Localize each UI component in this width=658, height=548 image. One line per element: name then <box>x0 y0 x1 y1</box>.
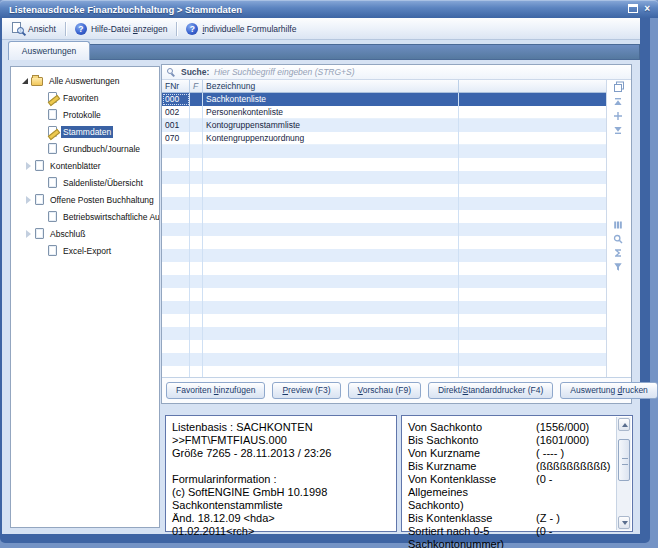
info-right-panel: Von Sachkonto(1556/000) Bis Sachkonto(16… <box>401 415 633 532</box>
column-header-bezeichnung[interactable]: Bezeichnung <box>203 80 459 92</box>
table-row[interactable]: 070 Kontengruppenzuordnung <box>162 132 606 145</box>
zoom-icon[interactable] <box>613 234 625 246</box>
tree-item-favoriten[interactable]: Favoriten <box>11 89 159 106</box>
help-icon <box>75 23 87 35</box>
column-separator <box>202 93 203 379</box>
tabbar-background <box>88 44 640 60</box>
page-icon <box>35 228 44 239</box>
expander-closed-icon[interactable] <box>22 230 35 238</box>
scroll-top-icon[interactable] <box>613 97 625 109</box>
favoriten-hinzufuegen-button[interactable]: Favoriten hinzufügen <box>166 382 265 399</box>
param-line: Sachkonto) <box>408 499 612 512</box>
vorschau-button[interactable]: Vorschau (F9) <box>348 382 421 399</box>
expander-closed-icon[interactable] <box>22 162 35 170</box>
toolbar-separator <box>65 22 66 36</box>
table-row[interactable]: 001 Kontogruppenstammliste <box>162 119 606 132</box>
table-row[interactable]: 000 Sachkontenliste <box>162 93 606 106</box>
page-icon <box>48 109 57 120</box>
help-icon <box>186 23 198 35</box>
page-icon <box>48 177 57 188</box>
column-separator <box>189 93 190 379</box>
search-input[interactable]: Suche: Hier Suchbegriff eingeben (STRG+S… <box>162 65 631 80</box>
search-label: Suche: <box>181 65 209 79</box>
param-line: Bis Sachkonto(1601/000) <box>408 434 612 447</box>
main-area: Alle Auswertungen Favoriten Protokolle S… <box>2 60 640 534</box>
scrollbar[interactable] <box>616 417 631 530</box>
results-panel: Suche: Hier Suchbegriff eingeben (STRG+S… <box>161 64 632 404</box>
ansicht-button[interactable]: Ansicht <box>6 20 62 38</box>
column-header-filler <box>459 80 606 92</box>
individuelle-formularhilfe-button[interactable]: individuelle Formularhilfe <box>180 20 302 38</box>
application-window: Listenausdrucke Finanzbuchhaltung > Stam… <box>0 0 658 548</box>
expander-open-icon[interactable] <box>18 78 31 84</box>
tree-item-excel-export[interactable]: Excel-Export <box>11 242 159 259</box>
info-line <box>172 460 390 473</box>
expander-closed-icon[interactable] <box>22 196 35 204</box>
info-line: Formularinformation : <box>172 473 390 486</box>
folder-icon <box>31 77 43 86</box>
info-line: 01.02.2011<rch> <box>172 525 390 538</box>
column-chooser-icon[interactable] <box>613 81 625 93</box>
info-line: Listenbasis : SACHKONTEN <box>172 421 390 434</box>
tree-item-grundbuch-journale[interactable]: Grundbuch/Journale <box>11 140 159 157</box>
column-separator <box>458 93 459 379</box>
info-line: Änd. 18.12.09 <hda> <box>172 512 390 525</box>
hilfe-datei-anzeigen-button[interactable]: Hilfe-Datei anzeigen <box>69 20 174 38</box>
info-left-panel: Listenbasis : SACHKONTEN >>FMT\FMTFIAUS.… <box>165 415 397 532</box>
tree-item-stammdaten[interactable]: Stammdaten <box>11 123 159 140</box>
move-icon[interactable] <box>613 111 625 123</box>
filter-icon[interactable] <box>613 262 625 274</box>
sum-icon[interactable] <box>613 248 625 260</box>
column-header-f[interactable]: F <box>190 80 203 92</box>
param-line: Sachkontonummer) <box>408 538 612 548</box>
page-edit-icon <box>48 126 57 137</box>
table-header: FNr F Bezeichnung <box>162 80 606 93</box>
columns-icon[interactable] <box>613 220 625 232</box>
table-rows: 000 Sachkontenliste 002 Personenkontenli… <box>162 93 606 145</box>
page-icon <box>35 160 44 171</box>
scrollbar-thumb[interactable] <box>618 439 630 481</box>
table-row[interactable]: 002 Personenkontenliste <box>162 106 606 119</box>
tree-item-abschluss[interactable]: Abschluß <box>11 225 159 242</box>
search-icon <box>167 68 173 74</box>
info-line: Sachkontenstammliste <box>172 499 390 512</box>
direkt-standarddrucker-button[interactable]: Direkt/Standarddrucker (F4) <box>428 382 553 399</box>
column-header-fnr[interactable]: FNr <box>162 80 190 92</box>
scroll-bottom-icon[interactable] <box>613 125 625 137</box>
tree-item-alle-auswertungen[interactable]: Alle Auswertungen <box>11 72 159 89</box>
window-controls <box>628 4 650 13</box>
tree-item-protokolle[interactable]: Protokolle <box>11 106 159 123</box>
toolbar: Ansicht Hilfe-Datei anzeigen individuell… <box>2 18 640 40</box>
toolbar-separator <box>176 22 177 36</box>
info-line: >>FMT\FMTFIAUS.000 <box>172 434 390 447</box>
param-line: Sortiert nach 0-5(0 - <box>408 525 612 538</box>
tab-auswertungen[interactable]: Auswertungen <box>8 41 90 60</box>
window-body: Ansicht Hilfe-Datei anzeigen individuell… <box>2 18 640 534</box>
page-edit-icon <box>48 92 57 103</box>
tree-item-saldenliste[interactable]: Saldenliste/Übersicht <box>11 174 159 191</box>
tree-item-offene-posten[interactable]: Offene Posten Buchhaltung <box>11 191 159 208</box>
page-icon <box>48 245 57 256</box>
action-button-bar: Favoriten hinzufügen Preview (F3) Vorsch… <box>162 377 631 403</box>
restore-icon[interactable] <box>628 4 638 13</box>
page-icon <box>35 194 44 205</box>
scroll-down-icon[interactable] <box>618 516 630 529</box>
param-line: Bis Kontenklasse(Z - ) <box>408 512 612 525</box>
param-line: Von Kurzname( ---- ) <box>408 447 612 460</box>
close-icon[interactable] <box>644 4 650 13</box>
search-placeholder: Hier Suchbegriff eingeben (STRG+S) <box>214 65 355 79</box>
tabstrip: Auswertungen <box>2 40 640 60</box>
page-icon <box>48 143 57 154</box>
scroll-up-icon[interactable] <box>618 418 630 431</box>
preview-icon <box>12 22 24 35</box>
tree-item-betriebswirtschaftliche[interactable]: Betriebswirtschaftliche Auswertungen <box>11 208 159 225</box>
info-line: Größe 7265 - 28.11.2013 / 23:26 <box>172 447 390 460</box>
preview-button[interactable]: Preview (F3) <box>272 382 340 399</box>
empty-rows-stripes <box>162 145 606 379</box>
tree-item-kontenblaetter[interactable]: Kontenblätter <box>11 157 159 174</box>
param-line: Bis Kurzname(ßßßßßßßßßß) <box>408 460 612 473</box>
info-line: (c) SoftENGINE GmbH 10.1998 <box>172 486 390 499</box>
auswertung-drucken-button[interactable]: Auswertung drucken <box>560 382 658 399</box>
titlebar: Listenausdrucke Finanzbuchhaltung > Stam… <box>0 0 658 18</box>
param-line: Von Sachkonto(1556/000) <box>408 421 612 434</box>
